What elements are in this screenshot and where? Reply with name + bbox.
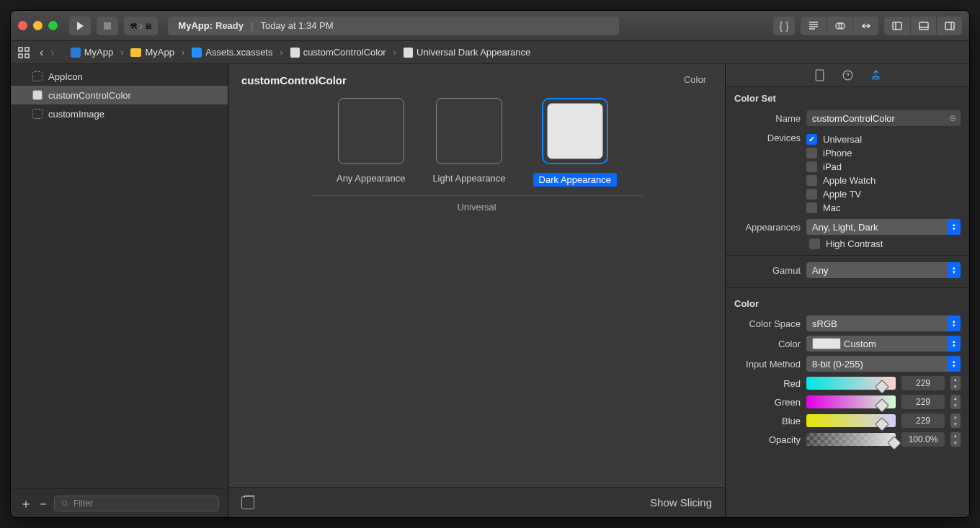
scheme-selector[interactable]: 🛠›🖥: [124, 17, 158, 35]
swatch-any-well[interactable]: [338, 98, 404, 164]
project-icon: [71, 48, 81, 58]
asset-list: AppIcon customControlColor customImage: [11, 64, 228, 488]
filter-field[interactable]: Filter: [54, 496, 219, 511]
standard-editor-icon[interactable]: [801, 17, 827, 35]
green-value[interactable]: 229: [901, 395, 945, 409]
asset-kind: Color: [684, 74, 706, 86]
svg-rect-9: [25, 54, 29, 58]
debug-toggle-icon[interactable]: [910, 17, 936, 35]
opacity-stepper[interactable]: [950, 432, 961, 447]
opacity-slider[interactable]: [806, 433, 896, 446]
color-well[interactable]: [812, 338, 841, 349]
opacity-value[interactable]: 100.0%: [901, 432, 945, 447]
crumb-group[interactable]: MyApp: [128, 45, 177, 59]
green-slider[interactable]: [806, 395, 896, 408]
checkbox-icon[interactable]: [809, 238, 820, 249]
inspector-toggle-icon[interactable]: [936, 17, 962, 35]
device-iphone[interactable]: iPhone: [806, 146, 961, 160]
color-label: Color: [734, 339, 801, 349]
panel-toggles[interactable]: [884, 17, 962, 35]
slider-thumb[interactable]: [875, 398, 889, 413]
colorspace-select[interactable]: sRGB: [806, 316, 961, 331]
stop-button[interactable]: [97, 17, 118, 35]
version-editor-icon[interactable]: [852, 17, 878, 35]
slider-thumb[interactable]: [875, 380, 889, 394]
colorset-section-label: Color Set: [726, 87, 969, 108]
checkbox-icon[interactable]: [806, 202, 817, 213]
green-stepper[interactable]: [950, 395, 961, 409]
attributes-inspector-icon[interactable]: [870, 69, 882, 81]
color-select[interactable]: Custom: [806, 336, 961, 352]
red-stepper[interactable]: [950, 376, 961, 390]
braces-button[interactable]: { }: [773, 17, 795, 35]
file-inspector-icon[interactable]: [814, 69, 826, 81]
checkbox-checked-icon[interactable]: [806, 134, 817, 145]
minimize-button[interactable]: [33, 21, 43, 30]
show-slicing-button[interactable]: Show Slicing: [650, 496, 712, 509]
add-asset-button[interactable]: ＋: [19, 495, 30, 512]
colorset-icon: [290, 48, 300, 58]
crumb-colorset[interactable]: customControlColor: [288, 45, 389, 59]
name-field[interactable]: customControlColor ⊖: [806, 110, 961, 126]
close-button[interactable]: [18, 21, 27, 30]
name-label: Name: [734, 113, 801, 124]
nav-forward[interactable]: ›: [50, 46, 54, 59]
swatch-any[interactable]: Any Appearance: [337, 98, 405, 187]
filter-icon: [61, 499, 69, 508]
red-slider[interactable]: [806, 377, 896, 390]
color-section-label: Color: [726, 292, 969, 313]
run-button[interactable]: [69, 17, 91, 35]
crumb-assets[interactable]: Assets.xcassets: [189, 45, 275, 59]
editor-mode-segment[interactable]: [801, 17, 878, 35]
nav-back[interactable]: ‹: [40, 46, 43, 59]
appearances-label: Appearances: [734, 222, 801, 233]
maximize-button[interactable]: [48, 21, 58, 30]
remove-asset-button[interactable]: －: [37, 495, 47, 512]
checkbox-icon[interactable]: [806, 161, 817, 172]
swatch-dark[interactable]: Dark Appearance: [533, 98, 617, 187]
help-inspector-icon[interactable]: [842, 69, 854, 81]
opacity-slider-row: Opacity 100.0%: [726, 430, 969, 449]
blue-value[interactable]: 229: [901, 413, 945, 428]
clear-icon[interactable]: ⊖: [949, 113, 956, 123]
svg-rect-8: [19, 54, 22, 58]
appearances-select[interactable]: Any, Light, Dark: [806, 219, 961, 235]
asset-editor: customControlColor Color Any Appearance …: [228, 64, 726, 517]
device-watch[interactable]: Apple Watch: [806, 174, 961, 187]
appicon-swatch-icon: [32, 71, 43, 81]
high-contrast-check[interactable]: High Contrast: [726, 237, 969, 251]
input-method-select[interactable]: 8-bit (0-255): [806, 356, 961, 372]
slider-thumb[interactable]: [875, 417, 889, 431]
crumb-project[interactable]: MyApp: [68, 45, 116, 59]
gamut-select[interactable]: Any: [806, 262, 961, 278]
device-ipad[interactable]: iPad: [806, 160, 961, 174]
blue-stepper[interactable]: [950, 413, 961, 428]
device-tv[interactable]: Apple TV: [806, 187, 961, 201]
svg-rect-4: [919, 22, 928, 30]
assistant-editor-icon[interactable]: [827, 17, 852, 35]
colorspace-label: Color Space: [734, 318, 801, 329]
device-universal[interactable]: Universal: [806, 133, 961, 146]
related-items-icon[interactable]: [18, 47, 30, 58]
checkbox-icon[interactable]: [806, 175, 817, 186]
crumb-variant[interactable]: Universal Dark Appearance: [401, 45, 533, 59]
asset-item-customcontrolcolor[interactable]: customControlColor: [11, 86, 228, 104]
green-slider-row: Green 229: [726, 393, 969, 411]
red-value[interactable]: 229: [901, 376, 945, 390]
editor-header: customControlColor Color: [228, 64, 725, 94]
blue-slider[interactable]: [806, 414, 896, 427]
navigator-toggle-icon[interactable]: [884, 17, 910, 35]
activity-app: MyApp:: [178, 20, 213, 31]
swatch-light[interactable]: Light Appearance: [432, 98, 505, 187]
outline-toggle-icon[interactable]: [241, 496, 254, 509]
swatch-dark-well[interactable]: [542, 98, 608, 164]
asset-item-appicon[interactable]: AppIcon: [11, 67, 228, 86]
inspector-tabs: [726, 64, 969, 87]
swatch-light-well[interactable]: [436, 98, 502, 164]
svg-rect-0: [104, 22, 111, 30]
checkbox-icon[interactable]: [806, 148, 817, 158]
checkbox-icon[interactable]: [806, 189, 817, 200]
slider-thumb[interactable]: [887, 436, 901, 450]
asset-item-customimage[interactable]: customImage: [11, 104, 228, 123]
device-mac[interactable]: Mac: [806, 201, 961, 215]
